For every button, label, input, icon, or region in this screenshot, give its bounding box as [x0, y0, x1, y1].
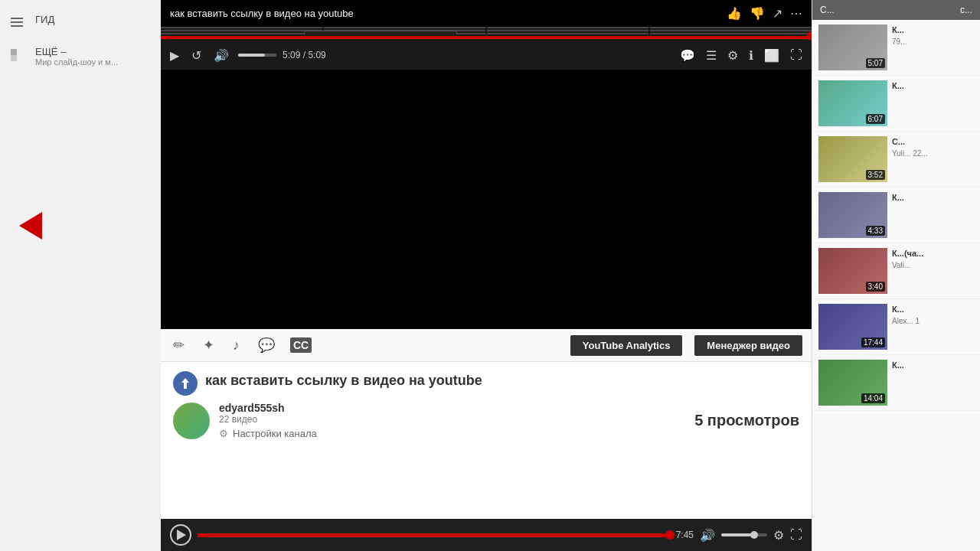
svg-rect-4 [11, 55, 17, 61]
video-thumbnail-grid [161, 27, 812, 34]
bottom-play-button[interactable] [170, 524, 191, 546]
svg-rect-3 [11, 49, 17, 55]
guide-label: ГИД [35, 14, 54, 25]
cc-icon[interactable]: CC [290, 337, 312, 353]
volume-fill [238, 54, 265, 57]
cell-2 [324, 27, 485, 28]
bottom-volume-slider[interactable] [721, 533, 767, 536]
channel-avatar [173, 403, 210, 439]
related-duration-5: 17:44 [861, 337, 885, 347]
magic-icon[interactable]: ✦ [200, 334, 217, 357]
channel-settings-link[interactable]: Настройки канала [233, 428, 317, 439]
cell-4 [650, 27, 812, 28]
time-display: 5:09 / 5:09 [283, 50, 326, 60]
svg-rect-2 [11, 25, 23, 27]
back-arrow-button[interactable] [15, 210, 46, 241]
playlist-button[interactable]: ☰ [703, 47, 720, 64]
progress-area[interactable] [161, 34, 812, 41]
upload-icon-circle [173, 371, 198, 396]
edit-icon[interactable]: ✏ [170, 334, 188, 357]
more-sublabel: Мир слайд-шоу и м... [35, 57, 118, 67]
settings-gear-icon: ⚙ [219, 428, 228, 439]
related-item-2[interactable]: 3:52 С... Yuli... 22... [812, 132, 980, 187]
related-item-5[interactable]: 17:44 К... Alex... 1 [812, 299, 980, 355]
related-item-0[interactable]: 5:07 К... 79... [812, 20, 980, 76]
related-item-1[interactable]: 6:07 К... [812, 76, 980, 132]
bottom-volume-icon[interactable]: 🔊 [700, 528, 715, 543]
sidebar-header-count: с... [960, 5, 972, 15]
bottom-progress-bar[interactable] [198, 533, 670, 537]
related-meta-0: 79... [892, 37, 974, 46]
cell-5 [161, 30, 322, 31]
current-time: 5:09 [283, 50, 300, 60]
related-item-6[interactable]: 14:04 К... [812, 355, 980, 411]
bottom-fullscreen-icon[interactable]: ⛶ [790, 528, 802, 542]
left-sidebar: ГИД ЕЩЁ – Мир слайд-шоу и м... [0, 0, 161, 551]
channel-row: edyard555sh 22 видео ⚙ Настройки канала … [173, 402, 799, 439]
bottom-progress-dot [665, 530, 675, 540]
related-title-1: К... [892, 80, 974, 91]
video-player[interactable]: как вставить ссылку в видео на youtube 👍… [161, 0, 812, 329]
related-title-0: К... [892, 24, 974, 35]
related-info-0: К... 79... [892, 24, 974, 70]
volume-slider[interactable] [238, 54, 276, 57]
video-tooltip: Как добавить ссылки и видео в блог (част… [304, 31, 457, 34]
youtube-analytics-button[interactable]: YouTube Analytics [570, 335, 683, 356]
related-meta-4: Vali... [892, 261, 974, 269]
related-thumb-0: 5:07 [818, 24, 887, 70]
channel-settings-row: ⚙ Настройки канала [219, 428, 685, 439]
video-manager-button[interactable]: Менеджер видео [694, 335, 802, 356]
related-title-5: К... [892, 304, 974, 315]
progress-dot [807, 31, 812, 41]
more-icon-title[interactable]: ⋯ [790, 6, 802, 21]
svg-rect-1 [11, 21, 23, 23]
right-controls: 💬 ☰ ⚙ ℹ ⬜ ⛶ [677, 47, 805, 64]
related-info-2: С... Yuli... 22... [892, 136, 974, 182]
refresh-button[interactable]: ↺ [188, 47, 204, 64]
sidebar-item-more[interactable]: ЕЩЁ – Мир слайд-шоу и м... [0, 40, 161, 73]
sidebar-item-guide[interactable]: ГИД [0, 8, 161, 40]
related-title-4: К...(ча... [892, 248, 974, 259]
cell-7 [487, 30, 648, 31]
info-button[interactable]: ℹ [746, 47, 756, 64]
bottom-playback-bar: 7:45 🔊 ⚙ ⛶ [161, 519, 812, 551]
sidebar-header-text: С... [820, 5, 835, 15]
related-info-5: К... Alex... 1 [892, 304, 974, 350]
main-video-title: как вставить ссылку в видео на youtube [205, 373, 482, 389]
view-count: 5 просмотров [694, 412, 799, 429]
cell-8 [650, 30, 812, 31]
share-icon[interactable]: ↗ [773, 6, 782, 21]
more-text: ЕЩЁ – Мир слайд-шоу и м... [35, 46, 118, 67]
related-duration-6: 14:04 [861, 393, 885, 403]
volume-button[interactable]: 🔊 [211, 47, 232, 64]
related-duration-3: 4:33 [866, 226, 885, 236]
music-icon[interactable]: ♪ [230, 334, 243, 357]
video-info-section: как вставить ссылку в видео на youtube e… [161, 362, 812, 448]
related-item-4[interactable]: 3:40 К...(ча... Vali... [812, 243, 980, 299]
video-title: как вставить ссылку в видео на youtube [170, 8, 354, 19]
thumbup-icon[interactable]: 👍 [727, 6, 742, 21]
chat-icon[interactable]: 💬 [255, 334, 278, 357]
fullscreen-button[interactable]: ⛶ [787, 47, 805, 64]
right-sidebar-header: С... с... [812, 0, 980, 20]
related-info-4: К...(ча... Vali... [892, 248, 974, 294]
below-controls-bar: ✏ ✦ ♪ 💬 CC YouTube Analytics Менеджер ви… [161, 329, 812, 362]
related-info-3: К... [892, 192, 974, 238]
related-duration-4: 3:40 [866, 282, 885, 292]
subtitle-button[interactable]: 💬 [677, 47, 698, 64]
related-thumb-3: 4:33 [818, 192, 887, 238]
widescreen-button[interactable]: ⬜ [761, 47, 782, 64]
related-thumb-6: 14:04 [818, 360, 887, 406]
thumbdown-icon[interactable]: 👎 [750, 6, 765, 21]
play-pause-button[interactable]: ▶ [167, 47, 182, 64]
settings-button[interactable]: ⚙ [724, 47, 741, 64]
bottom-vol-fill [721, 533, 751, 536]
video-content-area[interactable]: Как добавить ссылки и видео в блог (част… [161, 27, 812, 34]
channel-info: edyard555sh 22 видео ⚙ Настройки канала [219, 402, 685, 439]
bottom-settings-icon[interactable]: ⚙ [773, 528, 784, 543]
svg-rect-0 [11, 18, 23, 19]
back-arrow-icon [19, 212, 42, 240]
channel-videos: 22 видео [219, 414, 685, 425]
related-title-3: К... [892, 192, 974, 203]
related-item-3[interactable]: 4:33 К... [812, 187, 980, 243]
